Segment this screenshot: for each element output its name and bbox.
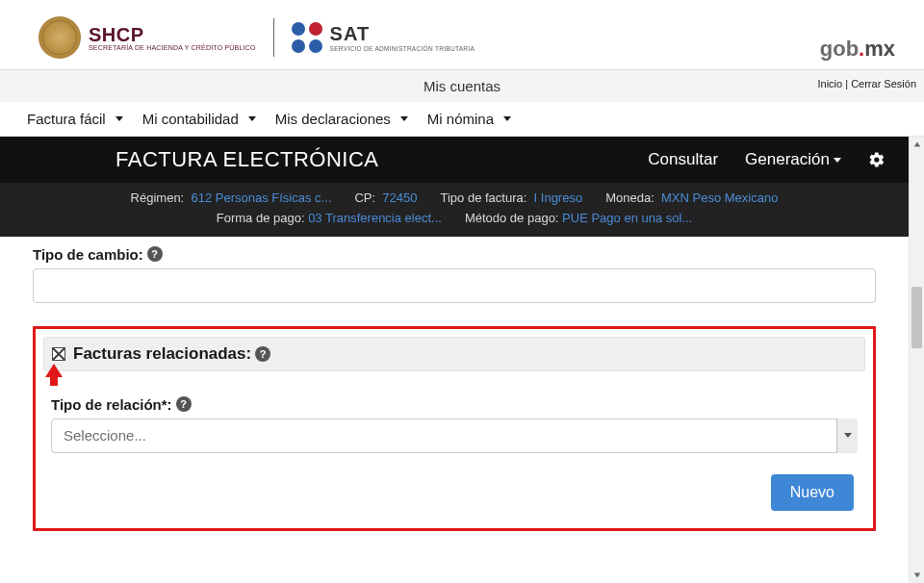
form-panel: Tipo de cambio: ? Facturas relacionadas:…: [0, 237, 909, 531]
facturas-relacionadas-label: Facturas relacionadas:: [73, 344, 251, 364]
header: SHCP SECRETARÍA DE HACIENDA Y CRÉDITO PÚ…: [0, 0, 924, 69]
moneda-label: Moneda:: [605, 190, 654, 205]
module-title: FACTURA ELECTRÓNICA: [116, 147, 379, 172]
settings-button[interactable]: [868, 151, 886, 168]
nuevo-button[interactable]: Nuevo: [771, 474, 854, 511]
scrollbar-track[interactable]: [910, 152, 924, 568]
metodo-pago-label: Método de pago:: [465, 211, 559, 225]
metodo-pago-value[interactable]: PUE Pago en una sol...: [562, 211, 692, 225]
moneda-value[interactable]: MXN Peso Mexicano: [661, 190, 778, 205]
menu-label: Mis declaraciones: [275, 111, 391, 127]
forma-pago-label: Forma de pago:: [217, 211, 305, 225]
menu-mi-contabilidad[interactable]: Mi contabilidad: [133, 111, 266, 127]
divider: [273, 18, 274, 57]
tipo-cambio-group: Tipo de cambio: ?: [33, 246, 876, 303]
nav-generacion-label: Generación: [745, 150, 830, 169]
tipo-factura-label: Tipo de factura:: [440, 190, 526, 205]
nav-generacion[interactable]: Generación: [745, 150, 841, 169]
mexico-seal-icon: [38, 16, 81, 59]
caret-down-icon: [116, 116, 123, 121]
help-icon[interactable]: ?: [255, 346, 270, 362]
caret-down-icon: [503, 116, 511, 121]
gobmx-logo: gob.mx: [820, 37, 895, 65]
tipo-relacion-label: Tipo de relación*:: [51, 396, 172, 413]
section-header: Facturas relacionadas: ?: [43, 337, 865, 371]
gob-text: gob: [820, 37, 859, 61]
tipo-cambio-label: Tipo de cambio:: [33, 246, 143, 263]
menu-label: Mi nómina: [427, 111, 494, 127]
tipo-factura-value[interactable]: I Ingreso: [534, 190, 583, 205]
page-title: Mis cuentas: [424, 78, 500, 94]
cp-value[interactable]: 72450: [382, 190, 417, 205]
shcp-title: SHCP: [89, 25, 256, 44]
shcp-logo: SHCP SECRETARÍA DE HACIENDA Y CRÉDITO PÚ…: [38, 16, 256, 59]
menu-factura-facil[interactable]: Factura fácil: [17, 111, 133, 127]
session-links: Inicio | Cerrar Sesión: [817, 78, 916, 89]
facturas-relacionadas-section: Facturas relacionadas: ? Tipo de relació…: [33, 326, 876, 531]
caret-down-icon: [400, 116, 408, 121]
menu-label: Mi contabilidad: [142, 111, 239, 127]
mx-text: mx: [864, 37, 895, 61]
facturas-relacionadas-checkbox[interactable]: [52, 347, 65, 361]
invoice-info-bar: Régimen: 612 Personas Físicas c... CP: 7…: [0, 183, 909, 237]
nav-consultar[interactable]: Consultar: [648, 150, 718, 169]
tipo-relacion-select[interactable]: [51, 418, 858, 453]
sat-logo: SAT SERVICIO DE ADMINISTRACIÓN TRIBUTARI…: [292, 22, 475, 53]
shcp-subtitle: SECRETARÍA DE HACIENDA Y CRÉDITO PÚBLICO: [89, 44, 256, 51]
caret-down-icon: [248, 116, 256, 121]
gear-icon: [868, 151, 886, 168]
scroll-up-arrow-icon[interactable]: [910, 137, 924, 152]
caret-down-icon: [834, 158, 841, 163]
menu-mis-declaraciones[interactable]: Mis declaraciones: [266, 111, 418, 127]
content-area: FACTURA ELECTRÓNICA Consultar Generación…: [0, 137, 924, 583]
subheader: Mis cuentas Inicio | Cerrar Sesión: [0, 69, 924, 102]
logo-group: SHCP SECRETARÍA DE HACIENDA Y CRÉDITO PÚ…: [38, 16, 475, 59]
home-link[interactable]: Inicio: [817, 78, 842, 89]
sat-dots-icon: [292, 22, 322, 53]
forma-pago-value[interactable]: 03 Transferencia elect...: [308, 211, 442, 225]
vertical-scrollbar[interactable]: [909, 137, 924, 583]
scrollbar-thumb[interactable]: [911, 287, 922, 348]
sat-subtitle: SERVICIO DE ADMINISTRACIÓN TRIBUTARIA: [330, 45, 475, 52]
help-icon[interactable]: ?: [147, 246, 163, 262]
tipo-relacion-select-wrap: [51, 418, 858, 453]
logout-link[interactable]: Cerrar Sesión: [851, 78, 916, 89]
regimen-label: Régimen:: [131, 190, 185, 205]
callout-arrow-icon: [45, 364, 63, 377]
module-header: FACTURA ELECTRÓNICA Consultar Generación: [0, 137, 909, 183]
section-body: Tipo de relación*: ? Nuevo: [43, 371, 865, 453]
sat-title: SAT: [330, 23, 475, 45]
menu-mi-nomina[interactable]: Mi nómina: [418, 111, 521, 127]
tipo-cambio-input[interactable]: [33, 268, 876, 303]
module-nav: Consultar Generación: [648, 150, 886, 169]
regimen-value[interactable]: 612 Personas Físicas c...: [191, 190, 331, 205]
menu-label: Factura fácil: [27, 111, 106, 127]
help-icon[interactable]: ?: [176, 396, 192, 412]
cp-label: CP:: [354, 190, 375, 205]
scroll-down-arrow-icon[interactable]: [910, 568, 924, 583]
main-menu: Factura fácil Mi contabilidad Mis declar…: [0, 102, 924, 137]
